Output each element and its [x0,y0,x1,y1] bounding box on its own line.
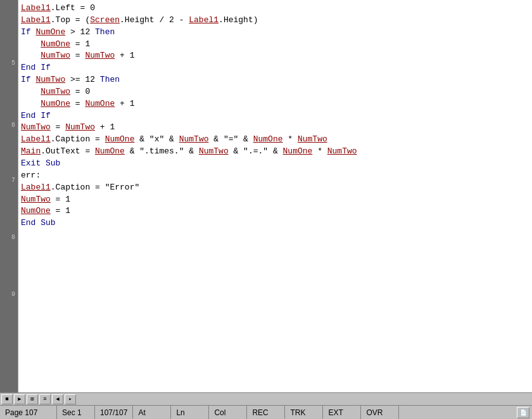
status-rec: REC [247,406,285,419]
code-line-16: Label1.Caption = "Error" [21,182,527,194]
code-line-4: NumOne = 1 [21,39,527,51]
code-line-14: Exit Sub [21,158,527,170]
status-trk: TRK [285,406,323,419]
code-line-8: NumTwo = 0 [21,86,527,98]
code-line-7: If NumTwo >= 12 Then [21,74,527,86]
code-line-19: End Sub [21,217,527,229]
status-ovr: OVR [361,406,399,419]
code-line-9: NumOne = NumOne + 1 [21,98,527,110]
status-ln: Ln [171,406,209,419]
status-page: Page 107 [0,406,57,419]
status-sec: Sec 1 [57,406,95,419]
code-line-1: Label1.Left = 0 [21,3,527,15]
code-line-15: err: [21,170,527,182]
toolbar-btn-4[interactable]: ≡ [39,394,51,404]
ruler-mark-9: 9 [11,292,15,298]
code-line-2: Label1.Top = (Screen.Height / 2 - Label1… [21,15,527,27]
code-line-11: NumTwo = NumTwo + 1 [21,122,527,134]
status-ext: EXT [323,406,361,419]
status-col: Col [209,406,247,419]
ruler-mark-8: 8 [11,235,15,241]
status-position: 107/107 [95,406,133,419]
toolbar-btn-1[interactable]: ■ [1,394,13,404]
left-gutter: 5 6 7 8 9 [0,0,18,392]
code-line-17: NumTwo = 1 [21,194,527,206]
ruler-mark-7: 7 [11,177,15,184]
toolbar-btn-2[interactable]: ▶ [14,394,25,404]
code-line-10: End If [21,110,527,122]
code-line-5: NumTwo = NumTwo + 1 [21,50,527,62]
code-line-13: Main.OutText = NumOne & ".times." & NumT… [21,146,527,158]
toolbar-btn-5[interactable]: ◀ [52,394,63,404]
ruler-mark-6: 6 [11,122,15,129]
status-icon-area: 📄 [514,407,532,418]
main-area: 5 6 7 8 9 Label1.Left = 0 Label1.Top = (… [0,0,532,392]
code-line-6: End If [21,62,527,74]
code-line-3: If NumOne > 12 Then [21,27,527,39]
ruler-marks: 5 6 7 8 9 [0,0,18,392]
bottom-toolbar: ■ ▶ ⊞ ≡ ◀ ▸ [0,392,532,405]
ruler-mark-5: 5 [11,60,15,67]
toolbar-btn-3[interactable]: ⊞ [27,394,38,404]
status-at: At [133,406,171,419]
status-icon-btn[interactable]: 📄 [517,407,529,418]
status-bar: Page 107 Sec 1 107/107 At Ln Col REC TRK… [0,405,532,419]
code-line-18: NumOne = 1 [21,205,527,217]
code-line-12: Label1.Caption = NumOne & "x" & NumTwo &… [21,134,527,146]
toolbar-btn-6[interactable]: ▸ [65,394,76,404]
code-editor[interactable]: Label1.Left = 0 Label1.Top = (Screen.Hei… [18,0,532,392]
